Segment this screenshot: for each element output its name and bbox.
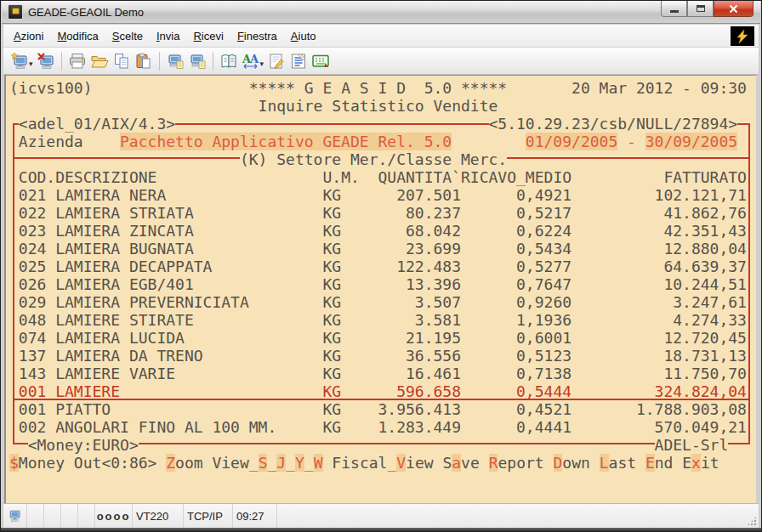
window-title: GEADE-GEAOIL Demo (28, 6, 144, 19)
keyboard-icon[interactable] (310, 50, 332, 72)
menu-azioni[interactable]: Azioni (7, 26, 50, 46)
open-folder-icon[interactable] (88, 50, 111, 72)
screen-subtitle-row: Inquire Statistico Vendite (9, 97, 756, 115)
close-icon (728, 4, 739, 14)
function-key-text: ve (461, 454, 489, 472)
period-separator: - (627, 133, 636, 150)
table-row: 022 LAMIERA STRIATA KG 80.237 0,5217 41.… (9, 204, 756, 222)
table-row: 021 LAMIERA NERA KG 207.501 0,4921 102.1… (9, 186, 756, 204)
minimize-button[interactable] (661, 1, 687, 17)
table-row: 001 PIATTO KG 3.956.413 0,4521 1.788.903… (9, 400, 756, 418)
period-from: 01/09/2005 (526, 133, 617, 150)
connection-indicator-icon[interactable] (731, 26, 754, 46)
function-hotkey: Z (166, 454, 175, 472)
function-key-text: ast (609, 454, 645, 472)
table-header-row: COD.DESCRIZIONE U.M. QUANTITA`RICAVO_MED… (9, 168, 756, 186)
screen-subtitle: Inquire Statistico Vendite (9, 97, 498, 115)
table-row: 048 LAMIERE STIRATE KG 3.581 1,1936 4.27… (9, 311, 756, 329)
table-row: 074 LAMIERA LUCIDA KG 21.195 0,6001 12.7… (9, 329, 756, 347)
close-button[interactable] (714, 1, 753, 17)
status-indicators: oooo (95, 504, 133, 528)
app-icon (8, 4, 23, 20)
menu-aiuto[interactable]: Aiuto (284, 26, 323, 46)
app-window: GEADE-GEAOIL Demo AzioniModificaScelteIn… (0, 0, 762, 532)
session-address: <5.10.29.23/csb/NULL/27894> (489, 115, 738, 133)
filter-row: (K) Settore Mer./Classe Merc. (9, 150, 756, 168)
table-row-text: 002 ANGOLARI FINO AL 100 MM. KG 1.283.44… (9, 418, 747, 436)
filter-title: (K) Settore Mer./Classe Merc. (240, 150, 507, 168)
book-icon[interactable] (218, 50, 240, 72)
function-hotkey: L (600, 454, 609, 472)
table-row-text: 074 LAMIERA LUCIDA KG 21.195 0,6001 12.7… (9, 329, 747, 347)
status-protocol: TCP/IP (184, 504, 233, 528)
receive-file-icon[interactable] (186, 50, 208, 72)
font-icon[interactable]: AA (240, 50, 262, 72)
connect-dropdown-icon[interactable]: ▾ (29, 59, 33, 68)
function-key-text: nd E (655, 454, 691, 472)
function-key-text: _ (304, 454, 314, 472)
terminal-screen[interactable]: (icvs100) ***** G E A S I D 5.0 ***** 20… (4, 75, 756, 503)
function-hotkey: $ (9, 454, 19, 472)
table-row: 143 LAMIERE VARIE KG 16.461 0,7138 11.75… (9, 365, 756, 382)
table-row: 137 LAMIERA DA TRENO KG 36.556 0,5123 18… (9, 347, 756, 365)
function-key-text: iew S (406, 454, 452, 472)
print-icon[interactable] (66, 50, 88, 72)
function-hotkey: E (645, 454, 655, 472)
status-filler (277, 504, 759, 528)
status-empty-cell (78, 504, 95, 528)
disconnect-icon[interactable] (35, 50, 57, 72)
maximize-button[interactable] (687, 1, 714, 17)
menu-ricevi[interactable]: Ricevi (186, 26, 230, 46)
function-hotkey: a (452, 454, 461, 472)
company-short: ADEL-Srl (655, 436, 729, 454)
table-row-text: 025 LAMIERA DECAPPATA KG 122.483 0,5277 … (9, 258, 747, 275)
footer-row: <Money:EURO>ADEL-Srl (9, 436, 756, 454)
status-empty-cell (27, 504, 44, 528)
table-row: 002 ANGOLARI FINO AL 100 MM. KG 1.283.44… (9, 418, 756, 436)
table-row-text: 143 LAMIERE VARIE KG 16.461 0,7138 11.75… (9, 365, 747, 382)
menu-scelte[interactable]: Scelte (105, 26, 150, 46)
computer-icon (9, 509, 22, 523)
status-empty-cell (44, 504, 61, 528)
function-key-text: own (562, 454, 599, 472)
function-key-text: Money Out<0:86> (19, 454, 166, 472)
status-connection-cell (3, 504, 27, 528)
status-terminal-type: VT220 (133, 504, 184, 528)
font-dropdown-icon[interactable]: ▾ (260, 59, 264, 68)
menu-modifica[interactable]: Modifica (50, 26, 105, 46)
function-hotkey: x (691, 454, 701, 472)
toolbar: ▾AA▾ (3, 48, 759, 75)
table-row-text: 001 PIATTO KG 3.956.413 0,4521 1.788.903… (9, 400, 747, 418)
function-key-text: Fiscal_ (323, 454, 397, 472)
function-key-bar: $Money Out<0:86> Zoom View_S_J_Y_W Fisca… (9, 454, 756, 472)
paste-icon[interactable] (133, 50, 155, 72)
table-row-text: 026 LAMIERA EGB/401 KG 13.396 0,7647 10.… (9, 275, 747, 293)
properties-icon[interactable] (287, 50, 310, 72)
session-host: <adel_01/AIX/4.3> (19, 115, 175, 133)
table-header: COD.DESCRIZIONE U.M. QUANTITA`RICAVO_MED… (9, 168, 747, 186)
menu-finestra[interactable]: Finestra (230, 26, 284, 46)
send-file-icon[interactable] (164, 50, 186, 72)
compose-icon[interactable] (265, 50, 287, 72)
table-row-text: 022 LAMIERA STRIATA KG 80.237 0,5217 41.… (9, 204, 747, 222)
table-row-text: 029 LAMIERA PREVERNICIATA KG 3.507 0,926… (9, 293, 747, 311)
title-bar[interactable]: GEADE-GEAOIL Demo (2, 1, 760, 24)
table-row: 026 LAMIERA EGB/401 KG 13.396 0,7647 10.… (9, 275, 756, 293)
copy-icon[interactable] (111, 50, 133, 72)
function-hotkey: D (554, 454, 563, 472)
table-total-row: 001 LAMIERE KG 596.658 0,5444 324.824,04 (9, 382, 756, 400)
function-hotkey: R (489, 454, 498, 472)
table-row: 024 LAMIERA BUGNATA KG 23.699 0,5434 12.… (9, 240, 756, 258)
window-frame-bottom (1, 528, 761, 531)
svg-text:A: A (249, 53, 259, 65)
menu-bar: AzioniModificaScelteInviaRiceviFinestraA… (3, 25, 759, 48)
connect-icon[interactable] (9, 50, 31, 72)
menu-invia[interactable]: Invia (150, 26, 186, 46)
table-row-text: 024 LAMIERA BUGNATA KG 23.699 0,5434 12.… (9, 240, 747, 258)
table-row: 023 LAMIERA ZINCATA KG 68.042 0,6224 42.… (9, 222, 756, 240)
table-row-text: 137 LAMIERA DA TRENO KG 36.556 0,5123 18… (9, 347, 747, 365)
function-hotkey: W (314, 454, 323, 472)
toolbar-separator (213, 52, 213, 71)
function-hotkey: V (396, 454, 406, 472)
toolbar-separator (159, 52, 160, 71)
